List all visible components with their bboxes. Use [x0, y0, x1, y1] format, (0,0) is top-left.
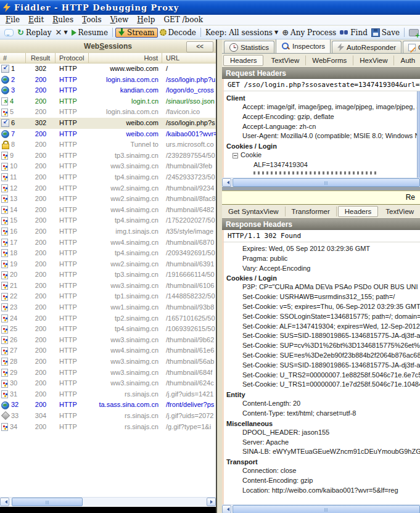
request-vertical-scrollbar[interactable]: [417, 91, 420, 178]
collapse-panel-button[interactable]: <<: [186, 41, 213, 52]
session-row[interactable]: 27 200 HTTP ww4.sinaimg.cn /thumbnail/61…: [0, 345, 216, 356]
session-row[interactable]: 20 200 HTTP tp3.sinaimg.cn /1916666114/5…: [0, 269, 216, 281]
session-row[interactable]: 7 200 HTTP weibo.com /kaibao001?wvr=: [0, 129, 216, 140]
comment-button[interactable]: [2, 28, 15, 37]
scroll-left-button[interactable]: [222, 505, 231, 513]
session-row[interactable]: 2 200 HTTP login.sina.com.cn /sso/login.…: [0, 75, 216, 86]
request-inspector-tab[interactable]: TextView: [265, 55, 306, 65]
session-row[interactable]: 30 200 HTTP ww3.sinaimg.cn /thumbnail/62…: [0, 378, 216, 389]
session-row[interactable]: 28 200 HTTP ww3.sinaimg.cn /thumbnail/56…: [0, 356, 216, 367]
scrollbar-thumb[interactable]: [12, 498, 83, 506]
menu-item[interactable]: Help: [133, 15, 159, 24]
column-header-number[interactable]: #: [0, 53, 26, 63]
session-protocol: HTTP: [56, 422, 89, 433]
column-header-url[interactable]: URL: [162, 53, 216, 63]
session-number: 33: [11, 411, 19, 422]
session-row[interactable]: 5 200 HTTP login.sina.com.cn /favicon.ic…: [0, 107, 216, 118]
session-url: /t35/style/image: [162, 226, 216, 237]
main-tab[interactable]: AutoResponder: [332, 41, 401, 53]
scroll-left-button[interactable]: [0, 498, 9, 506]
session-url: /thumbnail/6106: [162, 281, 216, 292]
session-row[interactable]: 29 200 HTTP ww3.sinaimg.cn /thumbnail/68…: [0, 367, 216, 379]
session-row[interactable]: 11 200 HTTP tp4.sinaimg.cn /2452933723/5…: [0, 172, 216, 183]
session-row[interactable]: 26 200 HTTP ww3.sinaimg.cn /thumbnail/9b…: [0, 335, 216, 346]
session-row[interactable]: 15 200 HTTP tp4.sinaimg.cn /1752202027/5…: [0, 215, 216, 226]
menu-item[interactable]: Tools: [78, 15, 106, 24]
session-row[interactable]: 23 200 HTTP ww1.sinaimg.cn /thumbnail/93…: [0, 302, 216, 313]
request-inspector-tab[interactable]: Headers: [223, 55, 263, 66]
session-row[interactable]: 32 200 HTTP ta.sass.sina.com.cn /front/d…: [0, 400, 216, 411]
remove-sessions-button[interactable]: ✕▼: [54, 28, 70, 38]
session-row[interactable]: 13 200 HTTP ww2.sinaimg.cn /thumbnail/8f…: [0, 194, 216, 205]
decode-toggle-button[interactable]: Decode: [158, 28, 198, 38]
request-inspector-tab[interactable]: HexView: [353, 55, 394, 65]
request-inspector-tab[interactable]: Auth: [394, 55, 420, 65]
panel-splitter[interactable]: [217, 39, 222, 513]
response-notification-bar[interactable]: Re: [222, 191, 420, 205]
quickexec-command-bar[interactable]: [0, 507, 216, 513]
session-row[interactable]: 8 200 HTTP Tunnel to urs.microsoft.co: [0, 139, 216, 150]
find-button[interactable]: Find: [338, 28, 369, 38]
menu-item[interactable]: Rules: [48, 15, 78, 24]
session-row[interactable]: 31 200 HTTP rs.sinajs.cn /j.gif?uids=142…: [0, 389, 216, 400]
response-inspector-tab[interactable]: Headers: [338, 206, 378, 217]
web-sessions-panel: Web Sessions << # Result Protocol Host U…: [0, 39, 217, 513]
request-inspector-tab[interactable]: WebForms: [306, 55, 353, 65]
menu-item[interactable]: View: [106, 15, 133, 24]
column-header-protocol[interactable]: Protocol: [56, 53, 89, 63]
replay-button[interactable]: ↻Replay: [15, 28, 54, 38]
session-row[interactable]: 22 200 HTTP tp1.sinaimg.cn /1448858232/5…: [0, 291, 216, 302]
scrollbar-thumb[interactable]: [233, 178, 420, 187]
session-result: 302: [26, 64, 56, 75]
session-number: 27: [10, 345, 17, 356]
scrollbar-thumb[interactable]: [233, 505, 420, 513]
keep-sessions-dropdown[interactable]: Keep: All sessions▼: [204, 28, 280, 38]
menu-item[interactable]: Edit: [24, 15, 48, 24]
response-inspector-tab[interactable]: Get SyntaxView: [222, 207, 286, 216]
header-line: Set-Cookie: v=5; expires=Thu, 06-Sep-201…: [224, 302, 420, 312]
session-row[interactable]: 4 200 HTTP login.t.cn /sinaurl/sso.json: [0, 96, 216, 107]
main-tab[interactable]: Statistics: [224, 41, 274, 53]
menu-item[interactable]: GET /book: [159, 15, 207, 24]
response-horizontal-scrollbar[interactable]: [222, 504, 420, 513]
any-process-button[interactable]: ⊕Any Process: [280, 28, 338, 38]
request-horizontal-scrollbar[interactable]: [222, 178, 420, 187]
session-row[interactable]: 6 302 HTTP weibo.com /sso/login.php?s: [0, 118, 216, 129]
scroll-left-button[interactable]: [222, 178, 231, 187]
main-tab[interactable]: Comp: [403, 41, 420, 53]
session-type-icon: [1, 271, 8, 279]
header-section-title: Miscellaneous: [224, 419, 420, 428]
session-row[interactable]: 1 302 HTTP www.weibo.com /: [0, 64, 216, 75]
menu-item[interactable]: File: [1, 15, 24, 24]
response-inspector-tab[interactable]: Transformer: [286, 207, 337, 216]
session-protocol: HTTP: [56, 215, 89, 226]
session-row[interactable]: 16 200 HTTP img.t.sinajs.cn /t35/style/i…: [0, 226, 216, 237]
collapse-box-icon[interactable]: [233, 153, 238, 158]
session-row[interactable]: 10 200 HTTP ww3.sinaimg.cn /thumbnail/3f…: [0, 161, 216, 172]
session-row[interactable]: 19 200 HTTP ww2.sinaimg.cn /thumbnail/63…: [0, 259, 216, 270]
session-row[interactable]: 17 200 HTTP ww4.sinaimg.cn /thumbnail/68…: [0, 237, 216, 248]
stream-toggle-button[interactable]: Stream: [115, 28, 157, 38]
screenshot-button[interactable]: [407, 28, 420, 37]
save-button[interactable]: Save: [369, 28, 401, 38]
session-row[interactable]: 24 200 HTTP tp2.sinaimg.cn /1657101625/5…: [0, 313, 216, 324]
session-row[interactable]: 25 200 HTTP tp4.sinaimg.cn /1069392615/5…: [0, 324, 216, 335]
resume-button[interactable]: Resume: [70, 28, 110, 38]
session-row[interactable]: 12 200 HTTP ww2.sinaimg.cn /thumbnail/92…: [0, 183, 216, 194]
response-inspector-tab[interactable]: TextView: [379, 207, 420, 216]
session-number: 17: [10, 237, 17, 248]
column-header-host[interactable]: Host: [89, 53, 162, 63]
sessions-horizontal-scrollbar[interactable]: [0, 497, 216, 506]
session-host: ww2.sinaimg.cn: [89, 183, 162, 194]
session-row[interactable]: 14 200 HTTP ww4.sinaimg.cn /thumbnail/64…: [0, 205, 216, 216]
session-row[interactable]: 3 200 HTTP kandian.com /logon/do_cross: [0, 85, 216, 96]
column-header-result[interactable]: Result: [26, 53, 56, 63]
session-row[interactable]: 9 200 HTTP tp3.sinaimg.cn /2392897554/50: [0, 150, 216, 162]
main-tab[interactable]: Inspectors: [276, 39, 331, 53]
scroll-right-button[interactable]: [207, 498, 216, 506]
cookie-tree-node[interactable]: Cookie: [224, 150, 420, 160]
session-row[interactable]: 21 200 HTTP ww3.sinaimg.cn /thumbnail/61…: [0, 281, 216, 292]
session-row[interactable]: 18 200 HTTP tp4.sinaimg.cn /2093492691/5…: [0, 248, 216, 259]
session-row[interactable]: 33 304 HTTP rs.sinajs.cn /j.gif?uids=207…: [0, 411, 216, 422]
session-row[interactable]: 34 200 HTTP rs.sinajs.cn /g.gif?type=1&i: [0, 422, 216, 433]
